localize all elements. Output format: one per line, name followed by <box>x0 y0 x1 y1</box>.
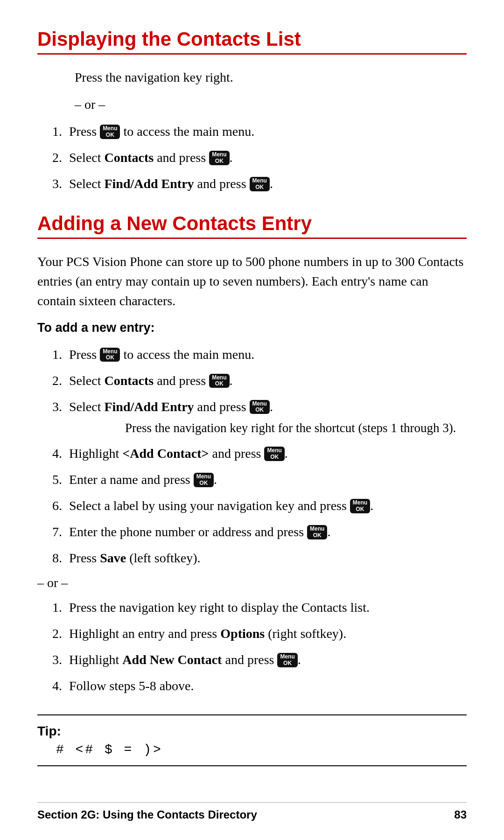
s2-step6-before: Select a label by using your navigation … <box>69 498 350 513</box>
section2-title: Adding a New Contacts Entry <box>37 212 467 235</box>
section2-divider <box>37 238 467 239</box>
step1-text-after: to access the main menu. <box>120 124 254 139</box>
section-adding-contacts: Adding a New Contacts Entry Your PCS Vis… <box>37 212 467 696</box>
s2-step4-after: . <box>285 446 288 461</box>
section-displaying-contacts: Displaying the Contacts List Press the n… <box>37 28 467 194</box>
section2-or: – or – <box>37 575 467 590</box>
page: Displaying the Contacts List Press the n… <box>0 0 504 840</box>
step2-text-before: Select Contacts and press <box>69 150 209 165</box>
list-item: Select Find/Add Entry and press MenuOK. … <box>65 397 467 438</box>
list-item: Enter the phone number or address and pr… <box>65 522 467 542</box>
list-item: Select Contacts and press MenuOK. <box>65 148 467 168</box>
menu-ok-icon: MenuOK <box>194 473 214 487</box>
s2-step6-after: . <box>370 498 373 513</box>
s2-step3-before: Select Find/Add Entry and press <box>69 399 250 414</box>
s2-step7-after: . <box>327 525 330 539</box>
list-item: Press MenuOK to access the main menu. <box>65 345 467 364</box>
s2-step3-after: . <box>270 399 273 414</box>
list-item: Press Save (left softkey). <box>65 548 467 568</box>
menu-ok-icon: MenuOK <box>277 653 297 667</box>
section1-intro: Press the navigation key right. – or – <box>75 68 467 114</box>
s2-step5-after: . <box>214 472 217 487</box>
section1-steps: Press MenuOK to access the main menu. Se… <box>65 122 467 194</box>
list-item: Select a label by using your navigation … <box>65 496 467 516</box>
section1-intro-text: Press the navigation key right. <box>75 68 467 87</box>
s2-step1-after: to access the main menu. <box>120 347 254 362</box>
menu-ok-icon: MenuOK <box>209 151 229 165</box>
menu-ok-icon: MenuOK <box>100 125 120 139</box>
menu-ok-icon: MenuOK <box>307 525 327 539</box>
tip-content: # <# $ = )> <box>56 742 467 757</box>
menu-ok-icon: MenuOK <box>264 447 284 461</box>
section2-steps: Press MenuOK to access the main menu. Se… <box>65 345 467 568</box>
alt-step4: Follow steps 5-8 above. <box>69 679 194 693</box>
shortcut-note: Press the navigation key right for the s… <box>125 419 467 438</box>
alt-step3-before: Highlight Add New Contact and press <box>69 652 277 667</box>
list-item: Enter a name and press MenuOK. <box>65 470 467 490</box>
list-item: Highlight an entry and press Options (ri… <box>65 624 467 644</box>
s2-step5-before: Enter a name and press <box>69 472 194 487</box>
step3-text-after: . <box>270 176 273 191</box>
menu-ok-icon: MenuOK <box>350 499 370 513</box>
step2-text-after: . <box>230 150 233 165</box>
list-item: Select Contacts and press MenuOK. <box>65 371 467 391</box>
section1-divider <box>37 53 467 55</box>
section2-intro: Your PCS Vision Phone can store up to 50… <box>37 252 467 311</box>
s2-step2-after: . <box>230 373 233 388</box>
s2-step8-before: Press Save (left softkey). <box>69 551 201 565</box>
footer: Section 2G: Using the Contacts Directory… <box>37 802 467 821</box>
to-add-label: To add a new entry: <box>37 318 467 337</box>
section1-title: Displaying the Contacts List <box>37 28 467 50</box>
menu-ok-icon: MenuOK <box>250 177 270 191</box>
menu-ok-icon: MenuOK <box>100 348 120 362</box>
menu-ok-icon: MenuOK <box>209 374 229 388</box>
list-item: Highlight <Add Contact> and press MenuOK… <box>65 444 467 463</box>
alt-step2-before: Highlight an entry and press Options (ri… <box>69 626 346 641</box>
list-item: Press MenuOK to access the main menu. <box>65 122 467 141</box>
s2-step7-before: Enter the phone number or address and pr… <box>69 525 307 539</box>
list-item: Select Find/Add Entry and press MenuOK. <box>65 174 467 194</box>
section2-alt-steps: Press the navigation key right to displa… <box>65 598 467 696</box>
s2-step2-before: Select Contacts and press <box>69 373 209 388</box>
s2-step4-before: Highlight <Add Contact> and press <box>69 446 264 461</box>
step1-text-before: Press <box>69 124 100 139</box>
tip-section: Tip: # <# $ = )> <box>37 714 467 766</box>
footer-section-label: Section 2G: Using the Contacts Directory <box>37 808 257 821</box>
section1-or: – or – <box>75 95 467 114</box>
step3-text-before: Select Find/Add Entry and press <box>69 176 250 191</box>
alt-step1: Press the navigation key right to displa… <box>69 600 370 615</box>
list-item: Highlight Add New Contact and press Menu… <box>65 650 467 670</box>
s2-step1-before: Press <box>69 347 100 362</box>
alt-step3-after: . <box>298 652 301 667</box>
list-item: Follow steps 5-8 above. <box>65 676 467 696</box>
tip-label: Tip: <box>37 724 467 739</box>
footer-page-number: 83 <box>454 808 467 821</box>
list-item: Press the navigation key right to displa… <box>65 598 467 617</box>
menu-ok-icon: MenuOK <box>250 400 270 414</box>
